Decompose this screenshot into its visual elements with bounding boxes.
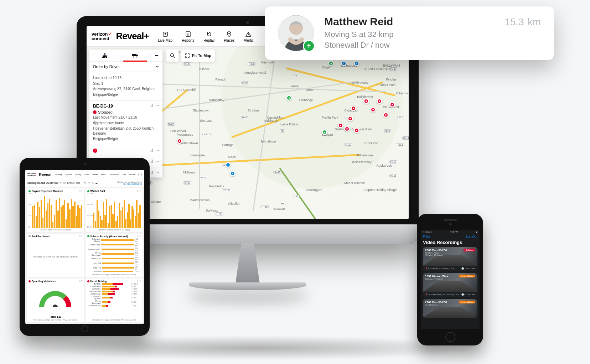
ipad-nav-item[interactable]: Dashboard	[109, 173, 119, 176]
vehicle-row-collapsed[interactable]: !	[89, 145, 162, 156]
ipad-nav-item[interactable]: Live Map	[54, 173, 62, 176]
nav-places[interactable]: Places	[224, 30, 234, 42]
dashboard-grid: Payroll Expenses Modeled⫴ ↗ $60$40$20$0 …	[25, 187, 144, 324]
tree-icon[interactable]: ⌬	[63, 182, 66, 184]
map-town-label: Blessington	[306, 188, 322, 192]
card-icons[interactable]: ⫴ ↗	[79, 190, 82, 192]
card-harsh-driving[interactable]: Harsh Driving⫴ ↗ Ber Side5 | 5 | 10Johna…	[86, 279, 143, 322]
card-speeding[interactable]: Speeding Violations⫴ ↗ Total: 3.33 Vehic…	[27, 279, 84, 322]
card-icons[interactable]: ⫴ ↗	[79, 280, 82, 282]
map-town-label: Leixlip	[290, 84, 299, 88]
share-icon[interactable]: ⇪	[88, 182, 90, 184]
minus-icon	[155, 53, 159, 58]
map-town-label: Kilkenny	[396, 92, 408, 95]
more-icon[interactable]	[155, 149, 159, 152]
map-pin-stopped[interactable]	[363, 98, 369, 104]
card-icons[interactable]: ⫴ ↗	[79, 235, 82, 238]
map-pin-stopped[interactable]	[347, 116, 353, 121]
card-icons[interactable]: ⫴ ↗	[137, 280, 141, 282]
map-pin-stopped[interactable]	[377, 98, 382, 104]
filter-button[interactable]: Filter	[423, 235, 430, 238]
map-pin-stopped[interactable]	[177, 138, 182, 144]
more-icon[interactable]	[155, 104, 159, 107]
ipad-home-button[interactable]	[81, 325, 88, 332]
map-pin-moving[interactable]	[286, 95, 292, 101]
map-town-label: Maynooth	[260, 61, 275, 64]
recording-item[interactable]: 1992 Nissan Pick...Sunday, 17 August Nea…	[423, 273, 477, 297]
map-pin-info[interactable]	[225, 162, 231, 168]
user-avatar-icon[interactable]	[138, 173, 142, 176]
map-town-label: Moyglare Hotel	[244, 71, 266, 74]
imac-camera	[246, 21, 249, 24]
svg-point-27	[156, 161, 156, 162]
card-title: Wasted Fuel	[90, 190, 105, 192]
ipad-nav-item[interactable]: Replay	[75, 173, 82, 176]
map-pin-stopped[interactable]	[351, 105, 356, 111]
step: Step 1	[93, 81, 159, 86]
logout-button[interactable]: Log Out	[466, 235, 477, 238]
map-route-shield: R148	[183, 62, 191, 66]
edit-icon[interactable]: ✎	[84, 182, 86, 184]
ipad-nav: Live MapReportsReplayVideoPlacesAlertsDa…	[54, 173, 136, 176]
svg-rect-25	[151, 161, 151, 163]
vehicle-entry-prev[interactable]: Last update 10:15 Step 1 Antwerpseweg 87…	[89, 72, 162, 101]
card-wasted-fuel[interactable]: Wasted Fuel⫴ ↗ $60.00$40.00$20.00$0.00 V…	[86, 188, 143, 232]
status-badge-moving	[303, 40, 315, 52]
map-route-shield: R116	[389, 174, 398, 177]
map-pin-info[interactable]	[230, 171, 236, 176]
map-pin-info[interactable]	[341, 61, 347, 66]
more-icon[interactable]	[155, 160, 159, 163]
bars-icon[interactable]	[150, 149, 153, 152]
dropdown-icon[interactable]: ▾	[60, 182, 62, 184]
ipad-nav-item[interactable]: Places	[92, 173, 98, 176]
nav-alerts[interactable]: Alerts	[244, 30, 253, 42]
bars-icon[interactable]	[150, 160, 153, 163]
card-fuel-purchased[interactable]: Fuel Purchased⫴ ↗ No data to show for th…	[27, 234, 84, 277]
card-payroll[interactable]: Payroll Expenses Modeled⫴ ↗ $60$40$20$0 …	[27, 188, 84, 232]
ipad-nav-item[interactable]: Service	[128, 173, 135, 176]
ipad-nav-item[interactable]: Alerts	[101, 173, 106, 176]
benchmarks-link[interactable]: Customize benchmarks inMY BENCHMARKS	[117, 181, 142, 185]
fit-to-map-button[interactable]: Fit To Map	[181, 50, 215, 62]
map-pin-stopped[interactable]	[354, 128, 359, 133]
vehicle-entry[interactable]: BE-DG-19 Stopped Last Movement 21/07 21:…	[89, 101, 162, 145]
map-pin-stopped[interactable]	[389, 102, 395, 108]
sidebar-tab-tree[interactable]	[89, 50, 120, 61]
map-pin-stopped[interactable]	[338, 123, 343, 128]
map-pin-moving[interactable]	[328, 61, 334, 66]
ipad-nav-item[interactable]: Fuel	[122, 173, 126, 176]
map-pin-info[interactable]	[354, 61, 359, 66]
cloud-icon[interactable]: ☁	[95, 182, 98, 184]
map-pin-stopped[interactable]	[370, 107, 376, 113]
card-icons[interactable]: ⫴ ↗	[137, 235, 141, 238]
svg-rect-26	[152, 160, 152, 163]
print-icon[interactable]: ⎙	[92, 182, 93, 184]
ipad-nav-item[interactable]: Reports	[65, 173, 72, 176]
recording-item[interactable]: 2103 Ford E-250Greg Maloney Near collisi…	[423, 299, 477, 318]
svg-point-28	[157, 161, 157, 162]
card-icons[interactable]: ⫴ ↗	[137, 190, 141, 192]
nav-replay[interactable]: Replay	[203, 30, 214, 42]
recording-item[interactable]: 2003 Ford E-250Matthew AbbotMonday, 27 A…	[423, 247, 477, 271]
card-vehicle-activity[interactable]: Vehicle Activity (Hours Worked)⫴ ↗ Rober…	[86, 234, 143, 277]
fleet-label[interactable]: Entire Fleet	[67, 182, 80, 184]
svg-point-10	[133, 56, 134, 57]
driver-popup[interactable]: Matthew Reid Moving S at 32 kmp Stonewal…	[265, 6, 554, 60]
svg-rect-14	[152, 104, 152, 107]
more-icon[interactable]	[155, 171, 159, 174]
svg-point-11	[136, 56, 138, 57]
order-by-dropdown[interactable]: Order by Driver	[89, 62, 162, 72]
bars-icon[interactable]	[150, 171, 153, 174]
truck-icon	[131, 53, 139, 58]
nav-live-map[interactable]: Live Map	[158, 30, 173, 42]
nav-reports[interactable]: Reports	[182, 30, 194, 42]
ipad-nav-item[interactable]: Video	[84, 173, 89, 176]
bars-icon[interactable]	[150, 104, 153, 107]
sidebar-collapse[interactable]	[150, 53, 162, 58]
search-button[interactable]	[166, 50, 178, 62]
map-pin-stopped[interactable]	[383, 112, 389, 118]
iphone-home-button[interactable]	[445, 332, 455, 342]
map-town-label: Ardclough	[264, 119, 278, 123]
sidebar-tab-vehicles[interactable]	[120, 50, 151, 61]
map-pin-stopped[interactable]	[344, 126, 350, 132]
